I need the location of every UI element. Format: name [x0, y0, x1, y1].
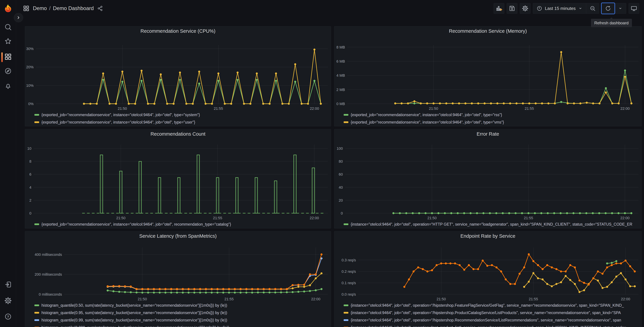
svg-text:200 milliseconds: 200 milliseconds [34, 272, 62, 276]
dashboard-settings-button[interactable] [520, 3, 530, 14]
svg-text:20%: 20% [26, 65, 34, 69]
service-latency-chart[interactable]: 21:5021:5522:000 milliseconds200 millise… [25, 241, 331, 302]
legend-item[interactable]: histogram_quantile(0.50, sum(rate(latenc… [34, 302, 328, 308]
legend-item[interactable]: {instance="otelcol:9464", job="otel", op… [344, 221, 638, 227]
recommendations-count-chart[interactable]: 21:5021:5522:000246810 [25, 139, 331, 221]
breadcrumb-folder[interactable]: Demo [33, 5, 47, 12]
svg-text:80: 80 [339, 159, 343, 164]
legend: {exported_job="recommendationservice", i… [334, 112, 642, 126]
sidebar-expand-button[interactable] [14, 13, 23, 22]
share-icon[interactable] [97, 5, 103, 12]
panel-service-latency: Service Latency (from SpanMetrics) 21:50… [25, 231, 331, 327]
panel-title[interactable]: Recommendation Service (CPU%) [25, 26, 331, 36]
svg-text:21:55: 21:55 [525, 106, 534, 110]
svg-text:0.1 req/s: 0.1 req/s [342, 281, 356, 285]
error-rate-chart[interactable]: 21:5021:5522:00020406080100 [334, 139, 642, 221]
panel-title[interactable]: Endpoint Rate by Service [334, 231, 642, 241]
settings-gear-icon[interactable] [4, 297, 12, 304]
explore-compass-icon[interactable] [4, 67, 12, 75]
svg-text:6: 6 [30, 172, 32, 176]
time-range-picker[interactable]: Last 15 minutes [533, 3, 586, 14]
refresh-tooltip: Refresh dashboard [591, 19, 632, 27]
svg-text:8 MB: 8 MB [336, 45, 345, 49]
zoom-out-button[interactable] [586, 3, 599, 14]
starred-icon[interactable] [4, 38, 12, 45]
svg-text:100: 100 [336, 146, 343, 150]
svg-text:21:50: 21:50 [437, 297, 446, 301]
legend-label: histogram_quantile(0.99, sum(rate(latenc… [42, 318, 227, 322]
legend-item[interactable]: histogram_quantile(0.95, sum(rate(latenc… [34, 310, 328, 316]
time-range-label: Last 15 minutes [545, 6, 576, 11]
dashboards-icon[interactable] [4, 53, 12, 60]
help-icon[interactable]: ? [4, 313, 12, 320]
svg-text:0.2 req/s: 0.2 req/s [342, 270, 356, 274]
svg-text:0%: 0% [28, 102, 34, 106]
cycle-view-mode-button[interactable] [628, 3, 639, 14]
refresh-interval-caret[interactable] [614, 3, 626, 14]
svg-text:0.3 req/s: 0.3 req/s [342, 258, 356, 262]
legend-swatch [344, 114, 348, 116]
legend-item[interactable]: {instance="otelcol:9464", job="otel", op… [344, 317, 638, 323]
legend-item[interactable]: {exported_job="recommendationservice", i… [344, 119, 638, 125]
svg-text:2 MB: 2 MB [336, 88, 345, 92]
legend-label: {instance="otelcol:9464", job="otel", op… [351, 222, 632, 226]
legend-item[interactable]: {exported_job="recommendationservice", i… [34, 221, 328, 227]
chevron-down-icon [618, 6, 623, 11]
svg-text:30%: 30% [26, 47, 34, 51]
svg-text:22:00: 22:00 [310, 216, 319, 220]
legend-item[interactable]: {instance="otelcol:9464", job="otel", op… [344, 302, 638, 308]
svg-text:21:55: 21:55 [214, 106, 223, 110]
legend-label: histogram_quantile(0.999, sum(rate(laten… [42, 325, 229, 327]
legend-label: {exported_job="recommendationservice", i… [351, 120, 504, 124]
panel-endpoint-rate: Endpoint Rate by Service 21:5021:5522:00… [334, 231, 642, 327]
legend-item[interactable]: {exported_job="recommendationservice", i… [344, 112, 638, 118]
legend-item[interactable]: {exported_job="recommendationservice", i… [34, 112, 328, 118]
legend-item[interactable]: {exported_job="recommendationservice", i… [34, 119, 328, 125]
breadcrumb-separator: / [49, 5, 51, 12]
legend: {exported_job="recommendationservice", i… [25, 221, 331, 228]
panel-title[interactable]: Service Latency (from SpanMetrics) [25, 231, 331, 241]
legend-label: {instance="otelcol:9464", job="otel", op… [351, 303, 624, 308]
sign-in-icon[interactable] [4, 281, 12, 288]
legend-item[interactable]: {instance="otelcol:9464", job="otel", op… [344, 324, 638, 327]
svg-text:2: 2 [30, 198, 32, 202]
page-title: Demo Dashboard [53, 5, 94, 12]
legend-item[interactable]: histogram_quantile(0.99, sum(rate(latenc… [34, 317, 328, 323]
svg-text:21:55: 21:55 [529, 297, 538, 301]
legend-swatch [344, 121, 348, 123]
sidebar: ? [0, 0, 16, 327]
legend: {exported_job="recommendationservice", i… [25, 112, 331, 126]
legend-swatch [34, 224, 39, 225]
memory-chart[interactable]: 21:5021:5522:000 MB2 MB4 MB6 MB8 MB [334, 36, 642, 112]
svg-text:?: ? [7, 315, 9, 318]
legend-item[interactable]: {instance="otelcol:9464", job="otel", op… [344, 310, 638, 316]
cpu-chart[interactable]: 21:5021:5522:000%10%20%30% [25, 36, 331, 112]
alerting-bell-icon[interactable] [4, 82, 12, 90]
legend-label: {exported_job="recommendationservice", i… [42, 222, 231, 226]
endpoint-rate-chart[interactable]: 21:5021:5522:000.0 req/s0.1 req/s0.2 req… [334, 241, 642, 302]
legend-swatch [344, 319, 348, 321]
time-controls-group: Last 15 minutes [533, 3, 599, 14]
refresh-button[interactable] [602, 3, 614, 14]
panel-title[interactable]: Recommendation Service (Memory) [334, 26, 642, 36]
legend-label: {exported_job="recommendationservice", i… [42, 120, 195, 124]
panel-title[interactable]: Recommendations Count [25, 129, 331, 139]
legend-label: histogram_quantile(0.50, sum(rate(latenc… [42, 303, 227, 308]
refresh-group [602, 3, 626, 14]
apps-grid-icon [23, 5, 30, 12]
svg-text:0 MB: 0 MB [336, 102, 345, 106]
top-navbar: Demo / Demo Dashboard [16, 0, 644, 17]
panel-title[interactable]: Error Rate [334, 129, 642, 139]
legend-swatch [34, 304, 39, 306]
grafana-logo[interactable] [3, 4, 13, 14]
legend-label: histogram_quantile(0.95, sum(rate(latenc… [42, 310, 227, 315]
legend-label: {instance="otelcol:9464", job="otel", op… [351, 318, 621, 322]
svg-text:4 MB: 4 MB [336, 73, 345, 78]
save-dashboard-button[interactable] [507, 3, 518, 14]
legend-swatch [344, 224, 348, 225]
svg-text:0: 0 [341, 211, 343, 215]
panel-error-rate: Error Rate 21:5021:5522:00020406080100 {… [334, 129, 642, 228]
search-icon[interactable] [4, 23, 12, 31]
add-panel-button[interactable] [494, 3, 504, 14]
legend-item[interactable]: histogram_quantile(0.999, sum(rate(laten… [34, 324, 328, 327]
